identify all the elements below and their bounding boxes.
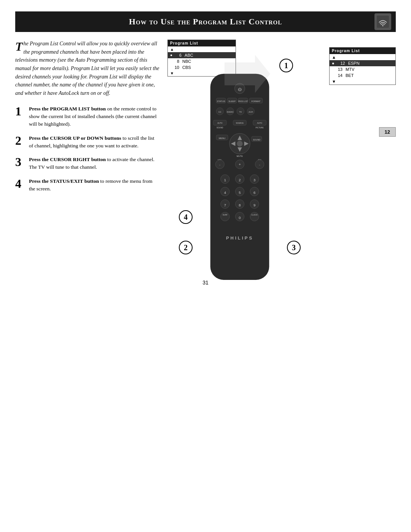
svg-text:CC: CC	[218, 111, 221, 113]
pl-row-13-mtv: 13 MTV	[330, 66, 395, 72]
step-4: 4 Press the STATUS/EXIT button to remove…	[15, 177, 160, 193]
svg-text:−: −	[259, 164, 261, 166]
program-list-header-right: Program List	[330, 48, 395, 54]
svg-text:+: +	[239, 162, 241, 166]
svg-text:SLEEP: SLEEP	[228, 100, 236, 102]
svg-text:2: 2	[239, 178, 241, 182]
svg-text:8: 8	[239, 203, 241, 207]
svg-point-37	[237, 141, 242, 147]
channel-display-box: 12	[379, 127, 396, 137]
svg-text:1: 1	[224, 178, 226, 182]
step-4-content: Press the STATUS/EXIT button to remove t…	[29, 177, 160, 193]
svg-text:SURF: SURF	[223, 214, 228, 216]
svg-point-1	[382, 25, 383, 26]
step-2: 2 Press the CURSOR UP or DOWN buttons to…	[15, 134, 160, 150]
step-3-number: 3	[15, 156, 26, 168]
svg-text:5: 5	[239, 190, 241, 195]
steps-list: 1 Press the PROGRAM LIST button on the r…	[15, 105, 160, 193]
svg-text:SOUND: SOUND	[253, 139, 261, 141]
step-3-content: Press the CURSOR RIGHT button to activat…	[29, 156, 160, 171]
drop-cap: T	[15, 41, 23, 52]
svg-text:AUTO: AUTO	[217, 122, 223, 124]
pl-row-12-espn: ● 12 ESPN	[330, 60, 395, 66]
step-1-content: Press the PROGRAM LIST button on the rem…	[29, 105, 160, 128]
intro-paragraph: The Program List Control will allow you …	[15, 40, 160, 97]
step-3: 3 Press the CURSOR RIGHT button to activ…	[15, 156, 160, 171]
svg-text:PICTURE: PICTURE	[256, 127, 264, 129]
step-1-number: 1	[15, 105, 26, 117]
arrow-decoration	[225, 51, 270, 97]
svg-text:FORMAT: FORMAT	[252, 100, 261, 102]
svg-text:PHILIPS: PHILIPS	[226, 235, 253, 240]
remote-svg-wrapper: ⏻ STATUS SLEEP PROG LIST FORMAT	[198, 70, 282, 292]
svg-point-67	[221, 212, 229, 221]
step-4-bold: Press the STATUS/EXIT button	[29, 178, 99, 184]
program-list-header-left: Program List	[168, 40, 236, 46]
svg-text:MUTE: MUTE	[237, 155, 243, 157]
svg-text:−: −	[219, 164, 221, 166]
step-2-content: Press the CURSOR UP or DOWN buttons to s…	[29, 134, 160, 150]
intro-text: he Program List Control will allow you t…	[15, 41, 159, 96]
step-2-bold: Press the CURSOR UP or DOWN buttons	[29, 135, 121, 141]
svg-text:3: 3	[253, 178, 255, 182]
step-3-overlay-right: 3	[287, 241, 301, 254]
pl-row-14-bet: 14 BET	[330, 72, 395, 78]
step-4-overlay: 4	[179, 210, 193, 224]
left-column: The Program List Control will allow you …	[15, 40, 160, 268]
svg-point-71	[250, 212, 259, 221]
svg-marker-2	[225, 55, 270, 93]
page-title: How to Use the Program List Control	[23, 17, 388, 27]
svg-text:PROG LIST: PROG LIST	[238, 101, 248, 102]
svg-text:RADIO: RADIO	[227, 111, 233, 113]
svg-text:AUTO: AUTO	[257, 122, 263, 124]
svg-text:7: 7	[224, 203, 226, 207]
svg-text:CLOCK: CLOCK	[251, 214, 258, 216]
svg-text:0: 0	[239, 216, 241, 220]
svg-text:MENU: MENU	[219, 137, 225, 139]
svg-text:9: 9	[253, 203, 255, 207]
remote-control: 1 4 2 3 ⏻ STATUS	[190, 70, 289, 292]
right-column: Program List ▲ ● 6 ABC 8 NBC 10 CBS ▼	[167, 40, 396, 268]
wifi-icon	[374, 13, 391, 30]
step-3-bold: Press the CURSOR RIGHT button	[29, 157, 106, 162]
channel-number: 12	[385, 129, 390, 135]
svg-text:SOURCE: SOURCE	[236, 122, 244, 124]
pl-row-arrow-down-right: ▼	[330, 78, 395, 85]
svg-text:ACH: ACH	[249, 111, 253, 113]
main-content: The Program List Control will allow you …	[15, 40, 396, 268]
svg-text:4: 4	[224, 190, 226, 195]
svg-text:6: 6	[253, 190, 255, 195]
page-header: How to Use the Program List Control	[15, 11, 396, 32]
step-2-overlay-left: 2	[179, 241, 193, 254]
pl-row-arrow-up-right: ▲	[330, 54, 395, 60]
step-1-overlay: 1	[279, 59, 293, 72]
program-list-box-right: Program List ▲ ● 12 ESPN 13 MTV 14 BET ▼	[329, 47, 396, 85]
step-1-bold: Press the PROGRAM LIST button	[29, 106, 106, 112]
svg-text:SOUND: SOUND	[217, 127, 223, 129]
step-2-number: 2	[15, 134, 26, 147]
step-1: 1 Press the PROGRAM LIST button on the r…	[15, 105, 160, 128]
svg-text:STATUS: STATUS	[217, 100, 225, 102]
step-4-number: 4	[15, 177, 26, 190]
svg-text:TV: TV	[239, 111, 242, 113]
